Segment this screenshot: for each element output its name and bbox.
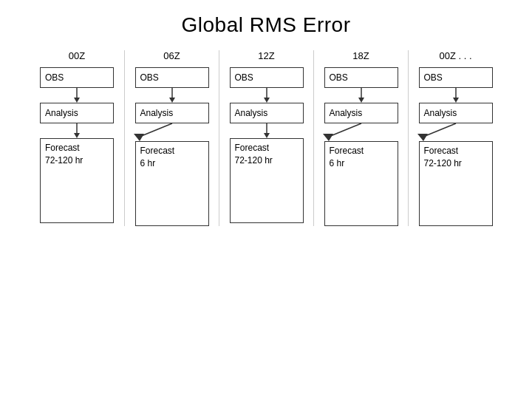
col-12z-obs: OBS	[230, 67, 304, 88]
col-06z: 06ZOBSAnalysisForecast6 hr	[124, 50, 219, 226]
col-12z-forecast: Forecast72-120 hr	[230, 138, 304, 223]
col-00z-obs: OBS	[40, 67, 114, 88]
col-18z-analysis: Analysis	[324, 103, 398, 123]
svg-marker-7	[134, 134, 144, 141]
svg-marker-5	[169, 98, 175, 103]
col-00z-next-obs: OBS	[419, 67, 493, 88]
arrow-down-icon	[72, 123, 81, 138]
arrow-down-icon	[262, 123, 271, 138]
arrow-down-icon	[357, 88, 366, 103]
arrow-down-icon	[168, 88, 177, 103]
arrow-down-icon	[72, 88, 81, 103]
col-12z-analysis: Analysis	[230, 103, 304, 123]
col-18z-forecast: Forecast6 hr	[324, 141, 398, 226]
svg-line-18	[423, 123, 456, 137]
svg-marker-19	[417, 134, 428, 141]
svg-marker-3	[74, 133, 80, 138]
col-00z-next-header: 00Z . . .	[439, 50, 471, 61]
col-06z-analysis: Analysis	[135, 103, 209, 123]
page-title: Global RMS Error	[182, 13, 351, 37]
arrow-diagonal-icon	[135, 123, 209, 141]
col-06z-header: 06Z	[163, 50, 180, 61]
col-12z: 12ZOBSAnalysisForecast72-120 hr	[219, 50, 313, 226]
columns-area: 00ZOBSAnalysisForecast72-120 hr06ZOBSAna…	[15, 50, 517, 226]
svg-marker-11	[264, 133, 270, 138]
arrow-down-icon	[262, 88, 271, 103]
col-00z-forecast: Forecast72-120 hr	[40, 138, 114, 223]
svg-marker-13	[358, 98, 364, 103]
col-18z: 18ZOBSAnalysisForecast6 hr	[313, 50, 408, 226]
col-00z-next-analysis: Analysis	[419, 103, 493, 123]
svg-marker-9	[264, 98, 270, 103]
col-00z-analysis: Analysis	[40, 103, 114, 123]
col-06z-forecast: Forecast6 hr	[135, 141, 209, 226]
svg-marker-17	[453, 98, 459, 103]
page: Global RMS Error 00ZOBSAnalysisForecast7…	[0, 0, 532, 399]
col-00z-next-forecast: Forecast72-120 hr	[419, 141, 493, 226]
col-18z-obs: OBS	[324, 67, 398, 88]
svg-marker-1	[74, 98, 80, 103]
svg-line-6	[140, 123, 172, 137]
svg-marker-15	[323, 134, 333, 141]
svg-line-14	[329, 123, 361, 137]
col-00z-header: 00Z	[69, 50, 85, 61]
col-06z-obs: OBS	[135, 67, 209, 88]
col-00z-next: 00Z . . .OBSAnalysisForecast72-120 hr	[408, 50, 502, 226]
col-12z-header: 12Z	[258, 50, 274, 61]
col-18z-header: 18Z	[352, 50, 369, 61]
arrow-diagonal-icon	[324, 123, 398, 141]
col-00z: 00ZOBSAnalysisForecast72-120 hr	[30, 50, 124, 226]
arrow-down-icon	[451, 88, 460, 103]
arrow-diagonal-icon	[419, 123, 493, 141]
